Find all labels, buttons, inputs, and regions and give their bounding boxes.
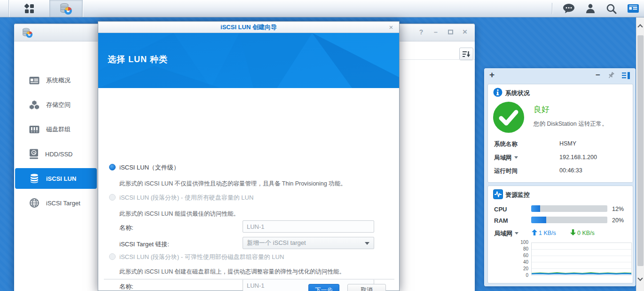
sidebar-item-system-overview[interactable]: 系统概况 [15, 68, 97, 93]
taskbar [0, 0, 644, 17]
sidebar-item-label: iSCSI LUN [46, 175, 76, 182]
option-description: 此形式的 iSCSI LUN 创建在磁盘群组上，提供动态调整容量的弹性与优化的访… [119, 268, 345, 276]
target-field-label: iSCSI Target 链接: [119, 240, 169, 249]
sidebar-item-label: 存储空间 [46, 101, 71, 109]
resource-monitor-icon [493, 189, 503, 199]
chat-icon[interactable] [563, 3, 575, 14]
y-axis-tick: 100 [507, 240, 528, 245]
radio-block-level-flexible-lun[interactable] [109, 253, 116, 260]
dock-panel-icon[interactable] [622, 72, 630, 79]
scroll-down-arrow[interactable] [637, 275, 643, 281]
widget-title: 资源监控 [505, 191, 530, 199]
app-grid-icon [24, 3, 35, 14]
taskbar-divider [82, 0, 83, 17]
widgets-panel: + − [484, 68, 636, 286]
name-field-label: 名称: [119, 283, 134, 291]
main-menu-button[interactable] [9, 0, 49, 17]
y-axis-tick: 80 [507, 247, 528, 251]
radio-file-level-lun[interactable] [109, 164, 116, 170]
ram-label: RAM [494, 217, 508, 224]
desktop: ? – × [0, 0, 644, 291]
download-arrow-icon [570, 229, 576, 235]
storage-manager-task-button[interactable] [50, 0, 82, 17]
globe-icon [29, 198, 39, 208]
user-icon[interactable] [585, 3, 596, 14]
sort-descending-icon [462, 50, 471, 58]
network-traffic-chart [531, 242, 632, 275]
cpu-usage-fill [531, 205, 540, 212]
sidebar-item-hdd-ssd[interactable]: HDD/SSD [15, 142, 97, 166]
cancel-button[interactable]: 取消 [347, 284, 386, 291]
scrollbar-thumb[interactable] [637, 35, 644, 266]
iscsi-lun-wizard-dialog: iSCSI LUN 创建向导 × 选择 LUN 种类 [98, 21, 400, 291]
scroll-up-arrow[interactable] [637, 24, 643, 29]
widgets-panel-icon[interactable] [627, 4, 639, 13]
database-icon [29, 173, 39, 184]
info-icon [493, 88, 503, 97]
footer-divider [104, 279, 394, 280]
sidebar-item-label: iSCSI Target [46, 200, 80, 207]
system-health-widget: 系统状况 良好 您的 DiskStation 运转正常。 系统名称 HSMY 局… [487, 84, 633, 183]
disk-group-icon [29, 125, 39, 134]
cubes-icon [29, 100, 39, 110]
option-description: 此形式的 iSCSI LUN 能提供最佳的访问性能。 [119, 210, 239, 218]
window-help-button[interactable]: ? [417, 28, 425, 36]
desktop-scrollbar[interactable] [636, 17, 644, 291]
sidebar-item-label: 磁盘群组 [46, 125, 71, 134]
row-value: 00:46:33 [559, 167, 582, 174]
cpu-label: CPU [494, 206, 507, 213]
lun-name-input[interactable] [243, 220, 374, 233]
option-label[interactable]: iSCSI LUN (段落分块) - 可弹性使用部份磁盘群组容量的 LUN [119, 253, 284, 261]
dialog-heading: 选择 LUN 种类 [108, 54, 168, 65]
collapse-panel-button[interactable]: − [596, 72, 600, 79]
sort-button[interactable] [459, 48, 473, 60]
hdd-icon [29, 149, 39, 159]
row-value: 192.168.1.200 [559, 154, 597, 161]
row-value: HSMY [559, 140, 576, 147]
option-label[interactable]: iSCSI LUN（文件级） [119, 163, 180, 172]
upload-arrow-icon [532, 229, 537, 235]
dialog-body: iSCSI LUN（文件级） 此形式的 iSCSI LUN 不仅提供弹性且动态的… [98, 88, 399, 279]
radio-block-level-full-lun[interactable] [109, 194, 116, 201]
taskbar-divider [552, 3, 552, 14]
dialog-titlebar[interactable]: iSCSI LUN 创建向导 × [98, 22, 399, 33]
ram-usage-bar [531, 217, 607, 223]
sidebar-item-volume[interactable]: 存储空间 [15, 93, 97, 117]
y-axis-tick: 20 [507, 267, 528, 271]
y-axis-tick: 0 [507, 273, 528, 278]
ram-percent: 20% [612, 217, 624, 224]
sidebar-item-label: HDD/SSD [45, 151, 73, 158]
row-label: 系统名称 [494, 140, 518, 148]
sidebar-item-iscsi-lun[interactable]: iSCSI LUN [15, 168, 97, 189]
chevron-down-icon [514, 156, 518, 159]
ram-usage-fill [531, 217, 546, 223]
storage-manager-icon [22, 27, 33, 38]
window-maximize-button[interactable] [446, 28, 455, 36]
add-widget-button[interactable]: + [489, 70, 495, 80]
dialog-title: iSCSI LUN 创建向导 [220, 23, 277, 32]
option-description: 此形式的 iSCSI LUN 不仅提供弹性且动态的容量管理，且具备 Thin P… [119, 180, 346, 188]
widgets-panel-header: + − [485, 69, 635, 83]
dialog-close-button[interactable]: × [387, 23, 395, 31]
widget-title: 系统状况 [505, 89, 530, 97]
search-icon[interactable] [606, 3, 617, 14]
lan-label[interactable]: 局域网 [494, 229, 518, 238]
id-card-icon [29, 76, 39, 85]
cpu-usage-bar [531, 205, 607, 212]
pin-icon[interactable] [607, 72, 615, 79]
sidebar-item-iscsi-target[interactable]: iSCSI Target [15, 191, 97, 215]
row-label[interactable]: 局域网 [494, 154, 518, 162]
sidebar: 系统概况 存储空间 [14, 42, 98, 291]
next-button[interactable]: 下一步 [308, 284, 339, 291]
y-axis-tick: 60 [507, 253, 528, 258]
y-axis-tick: 40 [507, 260, 528, 265]
window-close-button[interactable]: × [461, 28, 469, 36]
cpu-percent: 12% [612, 206, 624, 212]
iscsi-target-select[interactable]: 新增一个 iSCSI target [243, 237, 374, 249]
window-minimize-button[interactable]: – [432, 28, 440, 36]
maximize-icon [448, 30, 453, 34]
lan-upload-speed: 1 KB/s [539, 230, 556, 236]
dropdown-arrow-icon [365, 242, 369, 245]
option-label[interactable]: iSCSI LUN (段落分块) - 使用所有硬盘容量的 LUN [119, 194, 253, 202]
sidebar-item-disk-group[interactable]: 磁盘群组 [15, 117, 97, 142]
